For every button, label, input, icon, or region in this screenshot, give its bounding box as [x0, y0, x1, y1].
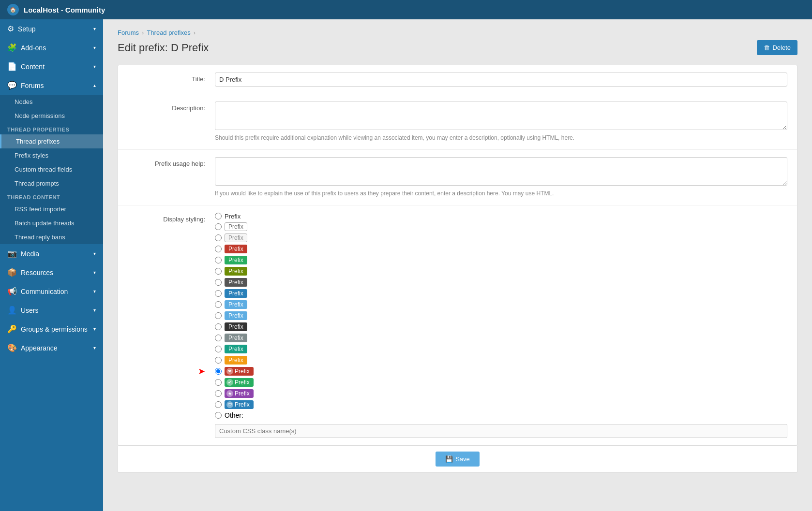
styling-radio-shield-icon[interactable] — [215, 401, 222, 408]
display-styling-row: Display styling: Prefix Prefix — [118, 205, 797, 445]
sidebar-item-addons[interactable]: 🧩 Add-ons ▾ — [0, 38, 103, 57]
styling-radio-green-fill[interactable] — [215, 257, 222, 263]
sidebar-item-thread-reply-bans[interactable]: Thread reply bans — [0, 230, 103, 244]
sidebar-label-communication: Communication — [21, 288, 68, 295]
prefix-usage-help-input[interactable] — [215, 157, 787, 186]
styling-option-blue-med: Prefix — [215, 289, 787, 298]
styling-radio-teal-fill[interactable] — [215, 346, 222, 352]
styling-radio-gray2-fill[interactable] — [215, 335, 222, 341]
styling-option-teal-fill: Prefix — [215, 345, 787, 353]
prefix-green-icon-shape: ✔ — [226, 379, 233, 386]
prefix-usage-help-row: Prefix usage help: If you would like to … — [118, 150, 797, 205]
title-input[interactable] — [215, 73, 787, 87]
page-title-row: Edit prefix: D Prefix 🗑 Delete — [118, 40, 797, 55]
styling-radio-dark-fill[interactable] — [215, 323, 222, 330]
prefix-star-icon-shape: ★ — [226, 390, 233, 397]
styling-radio-star-icon[interactable] — [215, 390, 222, 397]
styling-radio-green-icon[interactable] — [215, 379, 222, 386]
sidebar-item-node-permissions[interactable]: Node permissions — [0, 109, 103, 123]
other-label: Other: — [225, 411, 243, 419]
styling-radio-olive-fill[interactable] — [215, 268, 222, 275]
sidebar-item-resources[interactable]: 📦 Resources ▾ — [0, 263, 103, 282]
styling-option-yellow-fill: Prefix — [215, 356, 787, 365]
styling-radio-red-fill[interactable] — [215, 246, 222, 252]
save-row: 💾 Save — [118, 446, 797, 473]
description-input[interactable] — [215, 102, 787, 130]
sidebar-item-nodes[interactable]: Nodes — [0, 95, 103, 109]
communication-icon: 📢 — [7, 287, 17, 296]
appearance-arrow: ▾ — [93, 345, 96, 350]
description-label: Description: — [128, 102, 215, 112]
styling-radio-outline[interactable] — [215, 223, 222, 230]
breadcrumb-forums[interactable]: Forums — [118, 29, 139, 36]
page-title: Edit prefix: D Prefix — [118, 42, 209, 54]
sidebar-item-media[interactable]: 📷 Media ▾ — [0, 244, 103, 263]
sidebar-label-users: Users — [21, 307, 39, 314]
prefix-star-icon-badge: ★ Prefix — [225, 389, 254, 398]
sidebar-item-prefix-styles[interactable]: Prefix styles — [0, 148, 103, 162]
sidebar-item-thread-prompts[interactable]: Thread prompts — [0, 176, 103, 190]
red-arrow-annotation: ➤ — [198, 366, 205, 377]
other-css-input[interactable] — [215, 424, 787, 438]
delete-button[interactable]: 🗑 Delete — [757, 40, 797, 55]
styling-option-shield-icon: 🛡 Prefix — [215, 400, 787, 409]
styling-radio-red-icon[interactable] — [215, 368, 222, 375]
forums-arrow: ▴ — [93, 83, 96, 88]
appearance-icon: 🎨 — [7, 343, 17, 352]
sidebar-item-communication[interactable]: 📢 Communication ▾ — [0, 282, 103, 301]
styling-option-red-fill: Prefix — [215, 245, 787, 253]
sidebar-item-thread-prefixes[interactable]: Thread prefixes — [0, 134, 103, 148]
breadcrumb: Forums › Thread prefixes › — [118, 29, 797, 36]
display-styling-field: Prefix Prefix Prefix Pr — [215, 213, 787, 438]
prefix-green-fill-badge: Prefix — [225, 256, 247, 264]
sidebar-item-appearance[interactable]: 🎨 Appearance ▾ — [0, 338, 103, 357]
styling-radio-other[interactable] — [215, 412, 222, 419]
content-area: Forums › Thread prefixes › Edit prefix: … — [103, 19, 812, 511]
styling-option-gray2-fill: Prefix — [215, 334, 787, 342]
styling-radio-blue-outline[interactable] — [215, 312, 222, 319]
prefix-gray-fill-badge: Prefix — [225, 234, 247, 242]
styling-radio-gray-dark[interactable] — [215, 279, 222, 286]
styling-radio-blue-light[interactable] — [215, 301, 222, 308]
styling-radio-blue-med[interactable] — [215, 290, 222, 297]
prefix-red-icon-shape: ❤ — [226, 368, 233, 375]
content-arrow: ▾ — [93, 64, 96, 69]
sidebar-item-groups-permissions[interactable]: 🔑 Groups & permissions ▾ — [0, 320, 103, 338]
communication-arrow: ▾ — [93, 289, 96, 294]
addons-arrow: ▾ — [93, 45, 96, 50]
breadcrumb-thread-prefixes[interactable]: Thread prefixes — [147, 29, 190, 36]
styling-radio-yellow-fill[interactable] — [215, 357, 222, 364]
prefix-outline-badge: Prefix — [225, 222, 247, 231]
prefix-blue-med-badge: Prefix — [225, 289, 247, 298]
styling-option-green-fill: Prefix — [215, 256, 787, 264]
sidebar: ⚙ Setup ▾ 🧩 Add-ons ▾ 📄 Content ▾ 💬 Foru… — [0, 19, 103, 511]
thread-content-label: Thread content — [0, 190, 103, 202]
sidebar-item-batch-update-threads[interactable]: Batch update threads — [0, 216, 103, 230]
sidebar-item-custom-thread-fields[interactable]: Custom thread fields — [0, 162, 103, 176]
sidebar-label-appearance: Appearance — [21, 344, 58, 352]
prefix-teal-fill-badge: Prefix — [225, 345, 247, 353]
sidebar-item-rss-feed-importer[interactable]: RSS feed importer — [0, 202, 103, 216]
resources-icon: 📦 — [7, 268, 17, 277]
prefix-plain-badge: Prefix — [225, 213, 241, 220]
setup-icon: ⚙ — [7, 24, 14, 33]
prefix-shield-icon-shape: 🛡 — [226, 401, 233, 408]
save-button[interactable]: 💾 Save — [436, 452, 480, 467]
styling-radio-gray-fill[interactable] — [215, 234, 222, 241]
styling-option-outline: Prefix — [215, 222, 787, 231]
breadcrumb-sep-2: › — [194, 29, 195, 36]
title-label: Title: — [128, 73, 215, 83]
sidebar-item-forums[interactable]: 💬 Forums ▴ — [0, 76, 103, 95]
sidebar-item-setup[interactable]: ⚙ Setup ▾ — [0, 19, 103, 38]
description-row: Description: Should this prefix require … — [118, 94, 797, 150]
form-panel: Title: Description: Should this prefix r… — [118, 65, 797, 446]
prefix-gray2-fill-badge: Prefix — [225, 334, 247, 342]
save-icon: 💾 — [445, 455, 453, 463]
styling-option-red-icon: ➤ ❤ Prefix — [215, 367, 787, 376]
styling-radio-plain[interactable] — [215, 213, 222, 219]
sidebar-item-users[interactable]: 👤 Users ▾ — [0, 301, 103, 320]
sidebar-item-content[interactable]: 📄 Content ▾ — [0, 57, 103, 76]
home-icon: 🏠 — [7, 4, 19, 15]
styling-option-other: Other: — [215, 411, 787, 419]
sidebar-label-setup: Setup — [18, 25, 36, 33]
